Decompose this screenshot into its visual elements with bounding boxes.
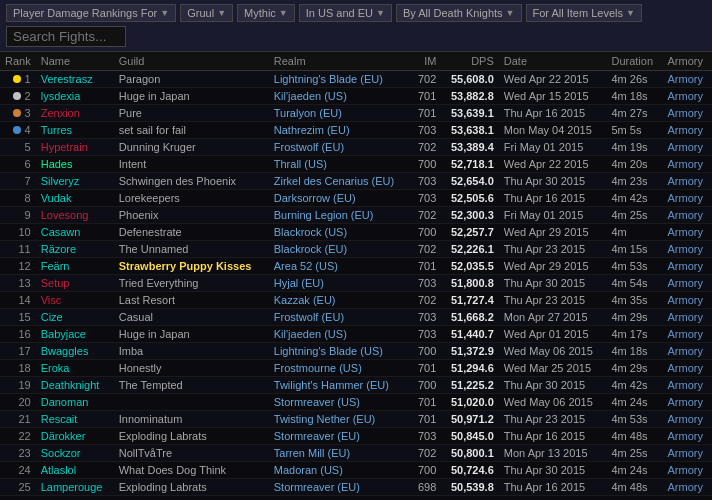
cell-armory[interactable]: Armory (663, 105, 712, 122)
cell-name[interactable]: Turres (36, 122, 114, 139)
cell-armory[interactable]: Armory (663, 241, 712, 258)
cell-dps: 50,724.6 (441, 462, 498, 479)
table-row: 13SetupTried EverythingHyjal (EU)70351,8… (0, 275, 712, 292)
cell-armory[interactable]: Armory (663, 71, 712, 88)
cell-armory[interactable]: Armory (663, 173, 712, 190)
cell-name[interactable]: Zenxion (36, 105, 114, 122)
cell-duration: 4m 53s (606, 258, 662, 275)
cell-armory[interactable]: Armory (663, 275, 712, 292)
cell-dps: 51,294.6 (441, 360, 498, 377)
cell-armory[interactable]: Armory (663, 343, 712, 360)
cell-date: Wed Apr 29 2015 (499, 224, 607, 241)
cell-date: Thu Apr 16 2015 (499, 479, 607, 496)
cell-dps: 52,257.7 (441, 224, 498, 241)
cell-realm: Kazzak (EU) (269, 292, 411, 309)
cell-name[interactable]: Bwaggles (36, 343, 114, 360)
cell-armory[interactable]: Armory (663, 377, 712, 394)
cell-armory[interactable]: Armory (663, 258, 712, 275)
cell-name[interactable]: Babyjace (36, 326, 114, 343)
table-row: 1VerestraszParagonLightning's Blade (EU)… (0, 71, 712, 88)
cell-name[interactable]: Sockzor (36, 445, 114, 462)
table-row: 17BwagglesImbaLightning's Blade (US)7005… (0, 343, 712, 360)
cell-rank: 15 (0, 309, 36, 326)
cell-ilvl: 702 (411, 241, 442, 258)
cell-name[interactable]: Vudak (36, 190, 114, 207)
cell-armory[interactable]: Armory (663, 462, 712, 479)
cell-armory[interactable]: Armory (663, 479, 712, 496)
damage-rankings-dropdown[interactable]: Player Damage Rankings For ▼ (6, 4, 176, 22)
cell-armory[interactable]: Armory (663, 190, 712, 207)
cell-rank: 21 (0, 411, 36, 428)
cell-armory[interactable]: Armory (663, 411, 712, 428)
cell-duration: 4m 18s (606, 88, 662, 105)
cell-guild: Dunning Kruger (114, 139, 269, 156)
cell-armory[interactable]: Armory (663, 360, 712, 377)
cell-armory[interactable]: Armory (663, 139, 712, 156)
cell-armory[interactable]: Armory (663, 224, 712, 241)
cell-name[interactable]: Atlaslol (36, 462, 114, 479)
rank-indicator (13, 143, 21, 151)
cell-name[interactable]: Silveryz (36, 173, 114, 190)
cell-armory[interactable]: Armory (663, 207, 712, 224)
rank-indicator (6, 262, 14, 270)
cell-armory[interactable]: Armory (663, 156, 712, 173)
cell-name[interactable]: Rescait (36, 411, 114, 428)
cell-name[interactable]: Casawn (36, 224, 114, 241)
region-dropdown[interactable]: In US and EU ▼ (299, 4, 392, 22)
table-row: 24AtlaslolWhat Does Dog ThinkMadoran (US… (0, 462, 712, 479)
cell-duration: 5m 5s (606, 122, 662, 139)
cell-name[interactable]: Cize (36, 309, 114, 326)
cell-name[interactable]: Hades (36, 156, 114, 173)
cell-armory[interactable]: Armory (663, 88, 712, 105)
cell-armory[interactable]: Armory (663, 292, 712, 309)
col-name: Name (36, 52, 114, 71)
table-row: 14ViscLast ResortKazzak (EU)70251,727.4T… (0, 292, 712, 309)
ilvl-label: For All Item Levels (533, 7, 623, 19)
cell-name[interactable]: Hypetrain (36, 139, 114, 156)
cell-name[interactable]: Danoman (36, 394, 114, 411)
cell-ilvl: 703 (411, 190, 442, 207)
cell-armory[interactable]: Armory (663, 326, 712, 343)
cell-date: Thu Apr 30 2015 (499, 462, 607, 479)
cell-name[interactable]: Verestrasz (36, 71, 114, 88)
cell-ilvl: 701 (411, 411, 442, 428)
rank-indicator (6, 330, 14, 338)
cell-rank: 8 (0, 190, 36, 207)
cell-armory[interactable]: Armory (663, 428, 712, 445)
cell-name[interactable]: Feärn (36, 258, 114, 275)
cell-date: Thu Apr 23 2015 (499, 241, 607, 258)
cell-name[interactable]: Setup (36, 275, 114, 292)
cell-date: Fri May 01 2015 (499, 207, 607, 224)
cell-name[interactable]: Eroka (36, 360, 114, 377)
cell-guild: Huge in Japan (114, 88, 269, 105)
rank-indicator (13, 109, 21, 117)
cell-rank: 4 (0, 122, 36, 139)
cell-name[interactable]: Lamperouge (36, 479, 114, 496)
cell-armory[interactable]: Armory (663, 122, 712, 139)
class-label: By All Death Knights (403, 7, 503, 19)
cell-name[interactable]: lysdexia (36, 88, 114, 105)
cell-date: Thu Apr 23 2015 (499, 411, 607, 428)
cell-name[interactable]: Lovesong (36, 207, 114, 224)
search-input[interactable] (6, 26, 126, 47)
cell-date: Thu Apr 16 2015 (499, 105, 607, 122)
cell-rank: 12 (0, 258, 36, 275)
cell-guild: The Tempted (114, 377, 269, 394)
cell-name[interactable]: Visc (36, 292, 114, 309)
cell-name[interactable]: Deathknight (36, 377, 114, 394)
cell-rank: 22 (0, 428, 36, 445)
table-row: 11RäzoreThe UnnamedBlackrock (EU)70252,2… (0, 241, 712, 258)
cell-armory[interactable]: Armory (663, 445, 712, 462)
cell-name[interactable]: Räzore (36, 241, 114, 258)
class-dropdown[interactable]: By All Death Knights ▼ (396, 4, 522, 22)
cell-duration: 4m 54s (606, 275, 662, 292)
cell-armory[interactable]: Armory (663, 309, 712, 326)
cell-dps: 52,035.5 (441, 258, 498, 275)
cell-dps: 50,539.8 (441, 479, 498, 496)
boss-dropdown[interactable]: Gruul ▼ (180, 4, 233, 22)
cell-armory[interactable]: Armory (663, 394, 712, 411)
ilvl-dropdown[interactable]: For All Item Levels ▼ (526, 4, 642, 22)
cell-realm: Nathrezim (EU) (269, 122, 411, 139)
cell-name[interactable]: Därokker (36, 428, 114, 445)
difficulty-dropdown[interactable]: Mythic ▼ (237, 4, 295, 22)
